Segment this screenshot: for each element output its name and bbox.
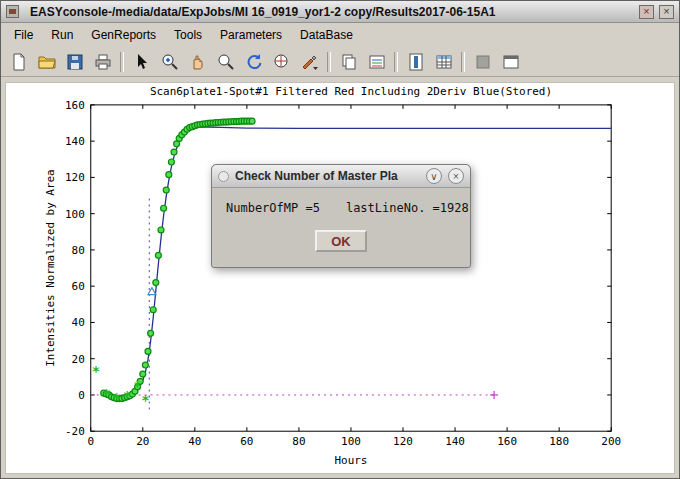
dialog-close-button[interactable]: × [448,168,464,184]
dialog-body: NumberOfMP =5 lastLineNo. =1928 OK [212,188,470,267]
pan-hand-icon[interactable] [184,48,211,75]
menu-database[interactable]: DataBase [291,25,362,45]
menu-bar: File Run GenReports Tools Parameters Dat… [1,23,679,47]
svg-text:120: 120 [65,171,85,184]
menu-file[interactable]: File [5,25,42,45]
svg-text:140: 140 [65,135,85,148]
toolbar-separator [461,52,465,72]
zoom-window-icon[interactable] [212,48,239,75]
data-cursor-icon[interactable] [268,48,295,75]
placeholder-icon[interactable] [469,48,496,75]
toolbar-separator [120,52,124,72]
insert-legend-icon[interactable] [363,48,390,75]
svg-text:*: * [102,386,110,402]
new-window-icon[interactable] [497,48,524,75]
close-button-secondary[interactable]: × [639,5,654,19]
zoom-in-icon[interactable] [156,48,183,75]
svg-text:Intensities Normalized by Area: Intensities Normalized by Area [44,169,57,366]
svg-text:Scan6plate1-Spot#1 Filtered Re: Scan6plate1-Spot#1 Filtered Red Includin… [150,85,552,98]
svg-text:*: * [141,392,149,408]
last-line-no-value: lastLineNo. =1928 [346,201,469,215]
dialog-title: Check Number of Master Pla [235,169,420,183]
menu-tools[interactable]: Tools [165,25,211,45]
svg-text:60: 60 [72,280,85,293]
growth-curve-chart: 020406080100120140160180200-200204060801… [6,83,674,473]
check-master-plates-dialog: Check Number of Master Pla ∨ × NumberOfM… [211,164,471,268]
dialog-title-bar[interactable]: Check Number of Master Pla ∨ × [212,165,470,188]
ok-button[interactable]: OK [315,230,367,252]
svg-text:0: 0 [78,389,85,402]
svg-text:180: 180 [549,435,569,448]
menu-run[interactable]: Run [42,25,82,45]
brush-dropdown-icon[interactable] [296,48,323,75]
dialog-collapse-button[interactable]: ∨ [426,168,442,184]
svg-text:80: 80 [72,244,85,257]
toolbar-separator [394,52,398,72]
title-bar[interactable]: EASYconsole-/media/data/ExpJobs/MI 16_09… [1,1,679,23]
toolbar-separator [327,52,331,72]
number-of-mp-value: NumberOfMP =5 [226,201,320,215]
svg-text:-20: -20 [65,425,85,438]
svg-text:100: 100 [341,435,361,448]
figure-document-icon[interactable] [402,48,429,75]
app-window: EASYconsole-/media/data/ExpJobs/MI 16_09… [0,0,680,479]
svg-text:100: 100 [65,208,85,221]
svg-text:*: * [92,363,100,379]
svg-text:200: 200 [601,435,621,448]
svg-text:160: 160 [65,99,85,112]
window-title: EASYconsole-/media/data/ExpJobs/MI 16_09… [30,5,634,19]
open-folder-icon[interactable] [33,48,60,75]
dialog-app-icon [218,171,229,182]
copy-icon[interactable] [335,48,362,75]
close-button[interactable]: × [659,5,674,19]
svg-text:40: 40 [72,316,85,329]
svg-text:0: 0 [87,435,94,448]
data-table-icon[interactable] [430,48,457,75]
client-area: 020406080100120140160180200-200204060801… [1,78,679,478]
new-document-icon[interactable] [5,48,32,75]
figure-canvas[interactable]: 020406080100120140160180200-200204060801… [5,82,675,474]
svg-text:40: 40 [188,435,201,448]
svg-text:20: 20 [72,353,85,366]
svg-text:160: 160 [497,435,517,448]
svg-text:20: 20 [136,435,149,448]
print-icon[interactable] [89,48,116,75]
save-icon[interactable] [61,48,88,75]
svg-text:60: 60 [240,435,253,448]
toolbar [1,47,679,77]
dialog-message: NumberOfMP =5 lastLineNo. =1928 [226,201,456,215]
menu-genreports[interactable]: GenReports [82,25,165,45]
svg-text:*: * [113,390,121,406]
window-menu-icon[interactable] [6,5,19,18]
svg-text:Hours: Hours [334,454,367,467]
svg-text:80: 80 [292,435,305,448]
svg-text:*: * [123,388,131,404]
menu-parameters[interactable]: Parameters [211,25,291,45]
rotate-3d-icon[interactable] [240,48,267,75]
svg-text:140: 140 [445,435,465,448]
svg-text:120: 120 [393,435,413,448]
cursor-arrow-icon[interactable] [128,48,155,75]
